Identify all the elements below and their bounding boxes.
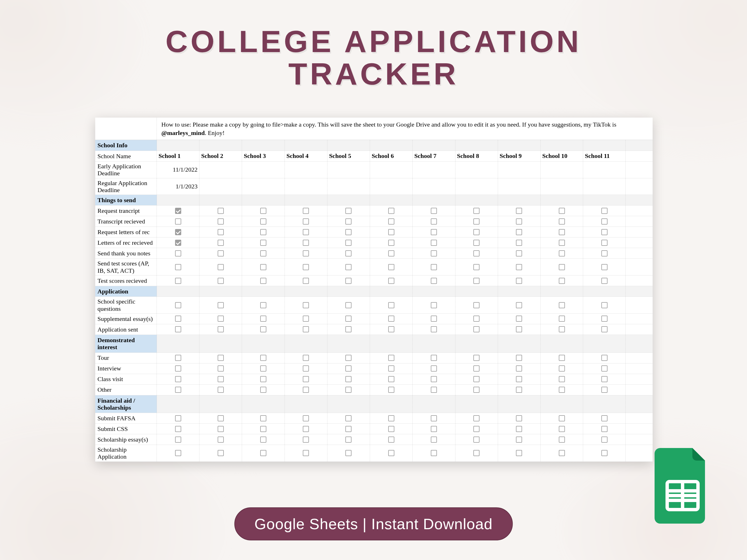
- checkbox[interactable]: [303, 355, 309, 361]
- checkbox[interactable]: [473, 278, 480, 284]
- checkbox[interactable]: [516, 365, 522, 372]
- checkbox[interactable]: [217, 326, 224, 332]
- checkbox[interactable]: [388, 302, 394, 308]
- checkbox[interactable]: [559, 208, 565, 214]
- checkbox[interactable]: [217, 302, 224, 308]
- checkbox[interactable]: [601, 278, 608, 284]
- checkbox[interactable]: [345, 208, 352, 214]
- checkbox[interactable]: [473, 415, 480, 421]
- checkbox[interactable]: [345, 264, 352, 270]
- checkbox[interactable]: [345, 278, 352, 284]
- checkbox[interactable]: [260, 426, 266, 432]
- checkbox[interactable]: [388, 208, 394, 214]
- checkbox[interactable]: [345, 436, 352, 443]
- checkbox[interactable]: [217, 240, 224, 246]
- checkbox[interactable]: [388, 365, 394, 372]
- checkbox[interactable]: [601, 355, 608, 361]
- checkbox[interactable]: [303, 316, 309, 322]
- checkbox[interactable]: [303, 250, 309, 257]
- checkbox[interactable]: [175, 229, 181, 235]
- checkbox[interactable]: [388, 415, 394, 421]
- checkbox[interactable]: [388, 278, 394, 284]
- checkbox[interactable]: [303, 264, 309, 270]
- checkbox[interactable]: [431, 436, 437, 443]
- checkbox[interactable]: [473, 436, 480, 443]
- checkbox[interactable]: [260, 376, 266, 382]
- checkbox[interactable]: [388, 387, 394, 393]
- checkbox[interactable]: [345, 376, 352, 382]
- checkbox[interactable]: [516, 450, 522, 456]
- checkbox[interactable]: [260, 436, 266, 443]
- checkbox[interactable]: [431, 264, 437, 270]
- checkbox[interactable]: [217, 316, 224, 322]
- checkbox[interactable]: [303, 415, 309, 421]
- checkbox[interactable]: [601, 450, 608, 456]
- checkbox[interactable]: [516, 278, 522, 284]
- checkbox[interactable]: [516, 264, 522, 270]
- checkbox[interactable]: [388, 426, 394, 432]
- checkbox[interactable]: [175, 218, 181, 224]
- checkbox[interactable]: [516, 218, 522, 224]
- checkbox[interactable]: [303, 450, 309, 456]
- checkbox[interactable]: [303, 365, 309, 372]
- checkbox[interactable]: [473, 208, 480, 214]
- checkbox[interactable]: [303, 229, 309, 235]
- checkbox[interactable]: [217, 436, 224, 443]
- checkbox[interactable]: [516, 208, 522, 214]
- checkbox[interactable]: [388, 264, 394, 270]
- checkbox[interactable]: [345, 302, 352, 308]
- checkbox[interactable]: [473, 218, 480, 224]
- checkbox[interactable]: [175, 264, 181, 270]
- checkbox[interactable]: [601, 316, 608, 322]
- checkbox[interactable]: [601, 436, 608, 443]
- checkbox[interactable]: [388, 250, 394, 257]
- checkbox[interactable]: [473, 450, 480, 456]
- checkbox[interactable]: [175, 302, 181, 308]
- checkbox[interactable]: [601, 376, 608, 382]
- checkbox[interactable]: [431, 302, 437, 308]
- checkbox[interactable]: [388, 450, 394, 456]
- checkbox[interactable]: [516, 229, 522, 235]
- checkbox[interactable]: [559, 240, 565, 246]
- checkbox[interactable]: [431, 365, 437, 372]
- checkbox[interactable]: [601, 426, 608, 432]
- checkbox[interactable]: [217, 426, 224, 432]
- checkbox[interactable]: [473, 316, 480, 322]
- checkbox[interactable]: [303, 240, 309, 246]
- checkbox[interactable]: [559, 229, 565, 235]
- checkbox[interactable]: [431, 326, 437, 332]
- checkbox[interactable]: [345, 365, 352, 372]
- checkbox[interactable]: [601, 250, 608, 257]
- checkbox[interactable]: [217, 250, 224, 257]
- checkbox[interactable]: [303, 387, 309, 393]
- checkbox[interactable]: [217, 365, 224, 372]
- checkbox[interactable]: [388, 229, 394, 235]
- checkbox[interactable]: [559, 302, 565, 308]
- checkbox[interactable]: [388, 316, 394, 322]
- checkbox[interactable]: [516, 436, 522, 443]
- checkbox[interactable]: [217, 376, 224, 382]
- checkbox[interactable]: [388, 355, 394, 361]
- checkbox[interactable]: [303, 436, 309, 443]
- checkbox[interactable]: [559, 450, 565, 456]
- checkbox[interactable]: [431, 218, 437, 224]
- checkbox[interactable]: [217, 264, 224, 270]
- checkbox[interactable]: [260, 355, 266, 361]
- checkbox[interactable]: [516, 302, 522, 308]
- checkbox[interactable]: [431, 316, 437, 322]
- checkbox[interactable]: [601, 240, 608, 246]
- checkbox[interactable]: [260, 229, 266, 235]
- checkbox[interactable]: [345, 218, 352, 224]
- checkbox[interactable]: [260, 365, 266, 372]
- checkbox[interactable]: [431, 355, 437, 361]
- checkbox[interactable]: [217, 218, 224, 224]
- checkbox[interactable]: [473, 302, 480, 308]
- checkbox[interactable]: [345, 250, 352, 257]
- checkbox[interactable]: [601, 365, 608, 372]
- checkbox[interactable]: [175, 278, 181, 284]
- checkbox[interactable]: [217, 387, 224, 393]
- checkbox[interactable]: [516, 415, 522, 421]
- checkbox[interactable]: [431, 229, 437, 235]
- checkbox[interactable]: [303, 326, 309, 332]
- checkbox[interactable]: [217, 278, 224, 284]
